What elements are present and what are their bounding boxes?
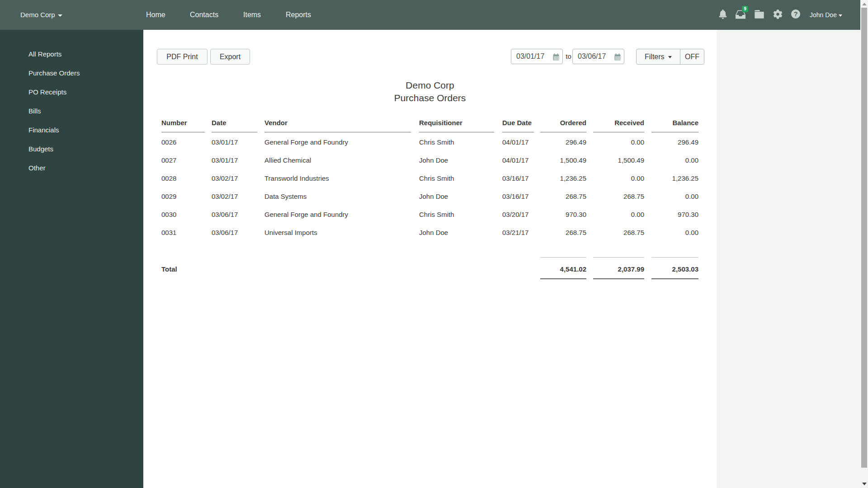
svg-text:?: ? [794,10,798,18]
